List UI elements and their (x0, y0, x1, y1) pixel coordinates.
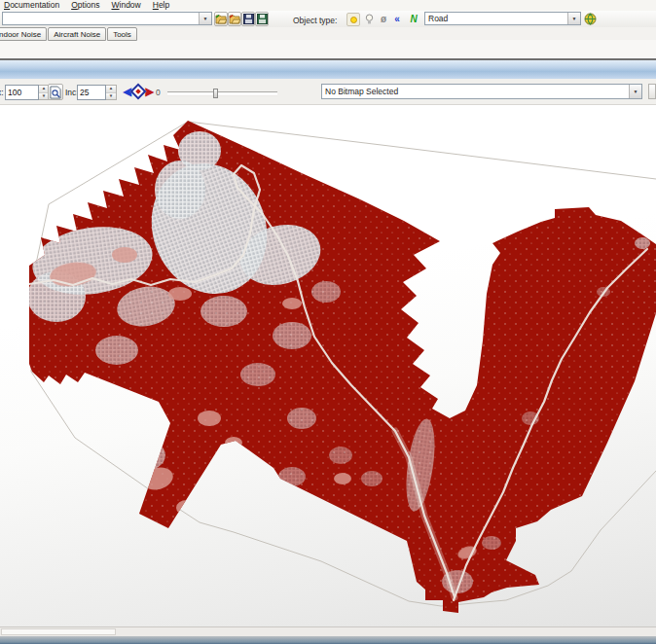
zoom-scale-label: x: (0, 88, 4, 97)
menu-item-documentation[interactable]: Documentation (4, 0, 59, 11)
increment-stepper: ▲ ▼ (77, 85, 117, 100)
pan-compass-control: ◀ ▶ (123, 84, 154, 99)
workspace-gap (0, 40, 656, 58)
open-file-button[interactable] (214, 12, 228, 26)
object-type-combobox-arrow[interactable]: ▼ (567, 13, 580, 24)
show-sources-toggle[interactable] (346, 13, 360, 26)
mute-object-toggle[interactable]: ø (377, 13, 390, 26)
save-button[interactable] (241, 12, 255, 26)
polyline-object-button[interactable]: N (407, 13, 420, 26)
bitmap-combobox[interactable]: No Bitmap Selected ▼ (321, 84, 642, 99)
pan-right-icon[interactable]: ▶ (145, 86, 154, 97)
zoom-scale-input[interactable] (5, 85, 39, 100)
globe-icon (584, 13, 597, 25)
lightbulb-icon (365, 14, 374, 25)
tab-aircraft-noise[interactable]: Aircraft Noise (48, 27, 106, 41)
increment-input[interactable] (77, 85, 106, 100)
menu-item-options[interactable]: Options (71, 0, 99, 11)
bitmap-combobox-value: No Bitmap Selected (322, 85, 629, 98)
zoom-scale-stepper: ▲ ▼ (5, 85, 50, 100)
save-disk-icon (243, 14, 254, 24)
open-folder-red-icon (229, 14, 240, 24)
object-type-combobox-value: Road (425, 13, 567, 24)
globe-settings-button[interactable] (583, 12, 597, 25)
tab-indoor-noise[interactable]: ndoor Noise (0, 27, 47, 41)
application-window: Documentation Options Window Help ▼ (0, 0, 656, 644)
bitmap-combobox-arrow[interactable]: ▼ (629, 85, 641, 98)
slashed-circle-icon: ø (381, 15, 386, 24)
double-chevron-left-icon: « (394, 15, 400, 24)
import-file-button[interactable] (228, 12, 241, 26)
sun-icon (349, 16, 358, 24)
increment-spinner: ▲ ▼ (106, 85, 117, 100)
recent-file-combobox[interactable]: ▼ (2, 12, 212, 25)
object-type-label: Object type: (293, 16, 337, 25)
recent-file-combobox-arrow[interactable]: ▼ (199, 13, 211, 24)
view-slider-thumb[interactable] (213, 89, 218, 98)
view-slider[interactable] (167, 91, 277, 96)
tab-tools[interactable]: Tools (107, 27, 137, 41)
page-magnifier-icon (50, 86, 61, 99)
pan-center-icon[interactable] (130, 84, 147, 100)
spinner-down-icon[interactable]: ▼ (106, 93, 116, 100)
noise-map (0, 105, 656, 626)
recent-file-combobox-value (3, 13, 199, 24)
menu-bar: Documentation Options Window Help (0, 0, 656, 11)
previous-object-button[interactable]: « (390, 13, 404, 26)
map-canvas[interactable] (0, 105, 656, 626)
horizontal-scrollbar[interactable] (0, 626, 656, 636)
save-all-button[interactable] (255, 12, 269, 26)
horizontal-scrollbar-thumb[interactable] (1, 628, 116, 635)
polyline-icon: N (410, 15, 417, 24)
spinner-up-icon[interactable]: ▲ (106, 86, 116, 93)
bottom-status-strip (0, 636, 656, 644)
menu-item-help[interactable]: Help (153, 0, 169, 11)
noise-module-tabs: ndoor Noise Aircraft Noise Tools (0, 27, 656, 40)
pan-counter-value: 0 (156, 88, 161, 97)
zoom-preview-button[interactable] (48, 84, 63, 100)
open-folder-icon (215, 14, 227, 24)
child-window-title-bar[interactable] (0, 60, 656, 79)
view-toolbar: x: ▲ ▼ Inc: ▲ ▼ ◀ ▶ (0, 79, 656, 105)
save-disk-green-icon (257, 14, 268, 24)
object-type-combobox[interactable]: Road ▼ (424, 12, 581, 25)
clipped-toolbar-button[interactable] (648, 84, 656, 99)
main-toolbar: ▼ (0, 11, 656, 27)
menu-item-window[interactable]: Window (112, 0, 141, 11)
lamp-toggle[interactable] (362, 13, 376, 26)
